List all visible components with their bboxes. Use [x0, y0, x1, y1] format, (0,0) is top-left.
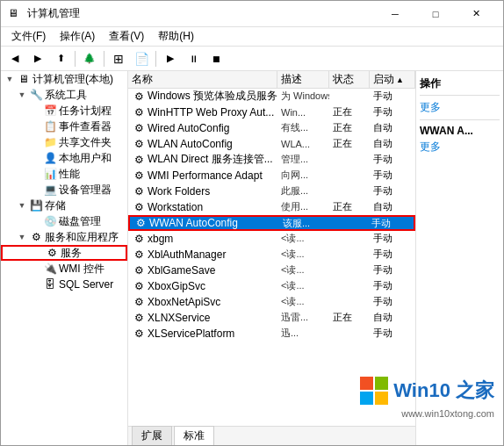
- cell-desc-1: Win...: [277, 104, 329, 119]
- service-row-9[interactable]: ⚙ xbgm <读... 手动: [128, 231, 415, 247]
- svg-rect-2: [360, 392, 373, 405]
- tree-panel: ▼ 🖥 计算机管理(本地) ▼ 🔧 系统工具 📅 任务计划程 📋 事件查看器: [1, 71, 128, 445]
- maximize-button[interactable]: □: [415, 1, 456, 27]
- service-row-11[interactable]: ⚙ XblGameSave <读... 手动: [128, 263, 415, 278]
- service-row-8[interactable]: ⚙ WWAN AutoConfig 该服... 手动: [128, 215, 415, 231]
- show-hide-tree-button[interactable]: 🌲: [79, 49, 100, 68]
- cell-name-7: ⚙ Workstation: [128, 199, 277, 214]
- menu-action[interactable]: 操作(A): [53, 27, 102, 46]
- shared-icon: 📁: [43, 135, 57, 149]
- stop-button[interactable]: ⏹: [205, 49, 227, 68]
- tree-expand-shared: [29, 135, 43, 149]
- cell-name-10: ⚙ XblAuthManager: [128, 247, 277, 262]
- col-header-name[interactable]: 名称: [128, 71, 277, 88]
- tree-item-device-mgr[interactable]: 💻 设备管理器: [1, 182, 127, 198]
- sql-icon: 🗄: [43, 277, 57, 291]
- svc-icon-0: ⚙: [132, 90, 146, 104]
- svg-rect-1: [375, 377, 388, 390]
- action-link-more-1[interactable]: 更多: [420, 99, 500, 116]
- service-row-13[interactable]: ⚙ XboxNetApiSvc <读... 手动: [128, 294, 415, 310]
- service-row-4[interactable]: ⚙ WLAN Direct 服务连接管... 管理... 手动: [128, 152, 415, 168]
- task-icon: 📅: [43, 104, 57, 118]
- minimize-button[interactable]: ─: [375, 1, 415, 27]
- window-title: 计算机管理: [27, 6, 375, 21]
- cell-startup-0: 手动: [370, 89, 415, 104]
- action-link-more-2[interactable]: 更多: [420, 139, 500, 155]
- cell-startup-5: 手动: [370, 168, 415, 183]
- col-header-startup[interactable]: 启动 ▲: [370, 71, 415, 88]
- col-header-status[interactable]: 状态: [329, 71, 370, 88]
- cell-name-4: ⚙ WLAN Direct 服务连接管...: [128, 152, 277, 167]
- users-icon: 👤: [43, 151, 57, 165]
- service-row-7[interactable]: ⚙ Workstation 使用... 正在 自动: [128, 199, 415, 215]
- tree-item-shared-folders[interactable]: 📁 共享文件夹: [1, 134, 127, 150]
- tree-expand-users: [29, 151, 43, 165]
- col-header-desc[interactable]: 描述: [277, 71, 329, 88]
- action-sep-1: [420, 119, 500, 120]
- svc-icon-4: ⚙: [132, 153, 146, 167]
- service-row-0[interactable]: ⚙ Windows 预览体验成员服务 为 Windows 预览体验计划提供基础结…: [128, 89, 415, 104]
- tree-item-services-apps[interactable]: ▼ ⚙ 服务和应用程序: [1, 229, 127, 245]
- svc-icon-3: ⚙: [132, 137, 146, 151]
- cell-name-9: ⚙ xbgm: [128, 231, 277, 246]
- watermark-text-big: Win10 之家: [393, 378, 494, 404]
- up-button[interactable]: ⬆: [50, 49, 71, 68]
- cell-desc-5: 向网...: [277, 168, 329, 183]
- tree-item-services[interactable]: ⚙ 服务: [1, 245, 127, 261]
- svc-name-3: WLAN AutoConfig: [148, 138, 233, 150]
- bottom-tabs: 扩展 标准: [128, 426, 415, 445]
- menu-view[interactable]: 查看(V): [102, 27, 151, 46]
- tree-item-task-scheduler[interactable]: 📅 任务计划程: [1, 103, 127, 119]
- tree-expand-root: ▼: [3, 72, 17, 86]
- cell-desc-3: WLA...: [277, 136, 329, 151]
- close-button[interactable]: ✕: [456, 1, 496, 27]
- tree-item-local-users[interactable]: 👤 本地用户和: [1, 150, 127, 166]
- window-icon: 🖥: [8, 7, 22, 21]
- system-tools-icon: 🔧: [29, 88, 43, 102]
- cell-status-14: 正在: [329, 310, 370, 325]
- service-row-10[interactable]: ⚙ XblAuthManager <读... 手动: [128, 247, 415, 263]
- tree-item-sql[interactable]: 🗄 SQL Server: [1, 277, 127, 292]
- storage-icon: 💾: [29, 198, 43, 212]
- service-row-5[interactable]: ⚙ WMI Performance Adapt 向网... 手动: [128, 168, 415, 183]
- svc-name-15: XLServicePlatform: [148, 327, 234, 340]
- pause-button[interactable]: ⏸: [183, 49, 204, 68]
- cell-status-0: [329, 89, 370, 104]
- service-row-3[interactable]: ⚙ WLAN AutoConfig WLA... 正在 自动: [128, 136, 415, 152]
- forward-button[interactable]: ▶: [27, 49, 48, 68]
- tree-expand-system: ▼: [15, 88, 29, 102]
- menu-help[interactable]: 帮助(H): [151, 27, 201, 46]
- tab-extended[interactable]: 扩展: [132, 426, 172, 445]
- cell-startup-10: 手动: [370, 247, 415, 262]
- tree-item-perf[interactable]: 📊 性能: [1, 166, 127, 182]
- play-button[interactable]: ▶: [160, 49, 181, 68]
- svc-icon-2: ⚙: [132, 121, 146, 135]
- properties-button[interactable]: ⊞: [108, 49, 129, 68]
- service-row-15[interactable]: ⚙ XLServicePlatform 迅... 手动: [128, 326, 415, 342]
- tree-root[interactable]: ▼ 🖥 计算机管理(本地): [1, 71, 127, 87]
- service-row-14[interactable]: ⚙ XLNXService 迅雷... 正在 自动: [128, 310, 415, 326]
- tree-item-event-viewer[interactable]: 📋 事件查看器: [1, 119, 127, 134]
- back-button[interactable]: ◀: [4, 49, 25, 68]
- cell-name-13: ⚙ XboxNetApiSvc: [128, 294, 277, 309]
- svc-name-4: WLAN Direct 服务连接管...: [148, 152, 273, 167]
- service-row-1[interactable]: ⚙ WinHTTP Web Proxy Aut... Win... 正在 手动: [128, 104, 415, 120]
- svc-name-0: Windows 预览体验成员服务: [148, 89, 277, 104]
- tab-standard[interactable]: 标准: [174, 426, 214, 445]
- tree-item-disk-mgmt[interactable]: 💿 磁盘管理: [1, 213, 127, 229]
- cell-name-6: ⚙ Work Folders: [128, 183, 277, 198]
- cell-startup-9: 手动: [370, 231, 415, 246]
- export-button[interactable]: 📄: [131, 49, 152, 68]
- menu-file[interactable]: 文件(F): [4, 27, 53, 46]
- service-row-2[interactable]: ⚙ Wired AutoConfig 有线... 正在 自动: [128, 120, 415, 136]
- action-section-title: WWAN A...: [420, 124, 500, 139]
- svc-icon-13: ⚙: [132, 295, 146, 309]
- service-row-6[interactable]: ⚙ Work Folders 此服... 手动: [128, 183, 415, 199]
- cell-name-12: ⚙ XboxGipSvc: [128, 278, 277, 293]
- cell-status-3: 正在: [329, 136, 370, 151]
- service-row-12[interactable]: ⚙ XboxGipSvc <读... 手动: [128, 278, 415, 294]
- cell-startup-6: 手动: [370, 183, 415, 198]
- tree-item-storage[interactable]: ▼ 💾 存储: [1, 198, 127, 213]
- tree-item-system-tools[interactable]: ▼ 🔧 系统工具: [1, 87, 127, 103]
- tree-item-wmi[interactable]: 🔌 WMI 控件: [1, 261, 127, 277]
